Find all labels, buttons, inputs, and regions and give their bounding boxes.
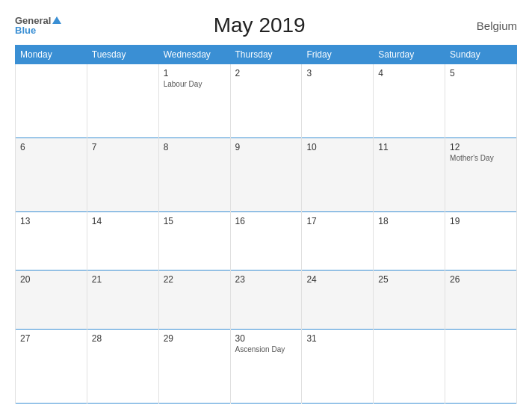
- calendar-cell: 1Labour Day: [158, 64, 230, 138]
- calendar-cell: 31: [302, 330, 374, 404]
- holiday-label: Ascension Day: [235, 345, 297, 353]
- calendar-cell: 28: [87, 330, 158, 404]
- day-number: 24: [306, 274, 368, 285]
- day-number: 19: [450, 216, 512, 226]
- day-number: 8: [164, 142, 226, 152]
- day-number: 25: [378, 274, 440, 285]
- col-sunday: Sunday: [445, 46, 517, 64]
- calendar-cell: 10: [302, 137, 374, 211]
- day-number: 17: [306, 216, 368, 226]
- calendar-cell: 7: [87, 137, 158, 211]
- col-wednesday: Wednesday: [158, 46, 230, 64]
- day-number: 14: [92, 216, 154, 226]
- page: General Blue May 2019 Belgium Monday Tue…: [0, 0, 532, 411]
- calendar-cell: 8: [158, 137, 230, 211]
- calendar-header: Monday Tuesday Wednesday Thursday Friday…: [16, 46, 517, 64]
- day-number: 6: [20, 142, 82, 152]
- day-number: 7: [92, 142, 154, 152]
- day-number: 23: [235, 274, 297, 285]
- day-number: 3: [306, 68, 368, 78]
- calendar-cell: 27: [16, 330, 87, 404]
- holiday-label: Mother's Day: [450, 154, 512, 162]
- day-number: 11: [378, 142, 440, 152]
- calendar-cell: 12Mother's Day: [445, 137, 517, 211]
- calendar-cell: 22: [158, 271, 230, 330]
- calendar-cell: 13: [16, 211, 87, 271]
- calendar-cell: 26: [445, 271, 517, 330]
- calendar-cell: 6: [16, 137, 87, 211]
- calendar-cell: [87, 64, 158, 138]
- calendar-cell: [16, 64, 87, 138]
- col-monday: Monday: [16, 46, 87, 64]
- day-number: 31: [306, 333, 368, 344]
- day-number: 21: [92, 274, 154, 285]
- calendar-cell: [374, 330, 445, 404]
- day-number: 10: [306, 142, 368, 152]
- day-number: 16: [235, 216, 297, 226]
- calendar-cell: 17: [302, 211, 374, 271]
- calendar-cell: 21: [87, 271, 158, 330]
- day-number: 15: [164, 216, 226, 226]
- calendar-cell: 5: [445, 64, 517, 138]
- calendar-cell: 25: [374, 271, 445, 330]
- day-number: 28: [92, 333, 154, 344]
- day-number: 18: [378, 216, 440, 226]
- logo-blue-text: Blue: [15, 25, 36, 35]
- col-friday: Friday: [302, 46, 374, 64]
- calendar-cell: 4: [374, 64, 445, 138]
- day-number: 29: [164, 333, 226, 344]
- logo: General Blue: [15, 16, 61, 35]
- calendar-week-row: 13141516171819: [16, 211, 517, 271]
- day-number: 5: [450, 68, 512, 78]
- calendar-cell: 18: [374, 211, 445, 271]
- day-number: 2: [235, 68, 297, 78]
- country-label: Belgium: [457, 19, 517, 32]
- header: General Blue May 2019 Belgium: [15, 13, 517, 37]
- calendar-cell: 19: [445, 211, 517, 271]
- calendar-week-row: 6789101112Mother's Day: [16, 137, 517, 211]
- day-number: 13: [20, 216, 82, 226]
- col-saturday: Saturday: [374, 46, 445, 64]
- calendar-cell: [445, 330, 517, 404]
- calendar-cell: 29: [158, 330, 230, 404]
- day-number: 26: [450, 274, 512, 285]
- day-number: 9: [235, 142, 297, 152]
- day-number: 20: [20, 274, 82, 285]
- col-thursday: Thursday: [230, 46, 302, 64]
- calendar-cell: 23: [230, 271, 302, 330]
- day-number: 22: [164, 274, 226, 285]
- calendar-cell: 20: [16, 271, 87, 330]
- day-number: 12: [450, 142, 512, 152]
- calendar-table: Monday Tuesday Wednesday Thursday Friday…: [15, 45, 517, 404]
- day-number: 4: [378, 68, 440, 78]
- day-number: 27: [20, 333, 82, 344]
- calendar-cell: 24: [302, 271, 374, 330]
- page-title: May 2019: [61, 13, 457, 37]
- calendar-cell: 2: [230, 64, 302, 138]
- day-number: 1: [164, 68, 226, 78]
- days-of-week-row: Monday Tuesday Wednesday Thursday Friday…: [16, 46, 517, 64]
- calendar-cell: 3: [302, 64, 374, 138]
- logo-triangle-icon: [52, 16, 61, 24]
- holiday-label: Labour Day: [164, 80, 226, 88]
- day-number: 30: [235, 333, 297, 344]
- calendar-cell: 9: [230, 137, 302, 211]
- col-tuesday: Tuesday: [87, 46, 158, 64]
- calendar-week-row: 27282930Ascension Day31: [16, 330, 517, 404]
- calendar-cell: 15: [158, 211, 230, 271]
- calendar-body: 1Labour Day23456789101112Mother's Day131…: [16, 64, 517, 404]
- calendar-cell: 11: [374, 137, 445, 211]
- calendar-cell: 30Ascension Day: [230, 330, 302, 404]
- calendar-cell: 16: [230, 211, 302, 271]
- calendar-week-row: 1Labour Day2345: [16, 64, 517, 138]
- calendar-cell: 14: [87, 211, 158, 271]
- calendar-week-row: 20212223242526: [16, 271, 517, 330]
